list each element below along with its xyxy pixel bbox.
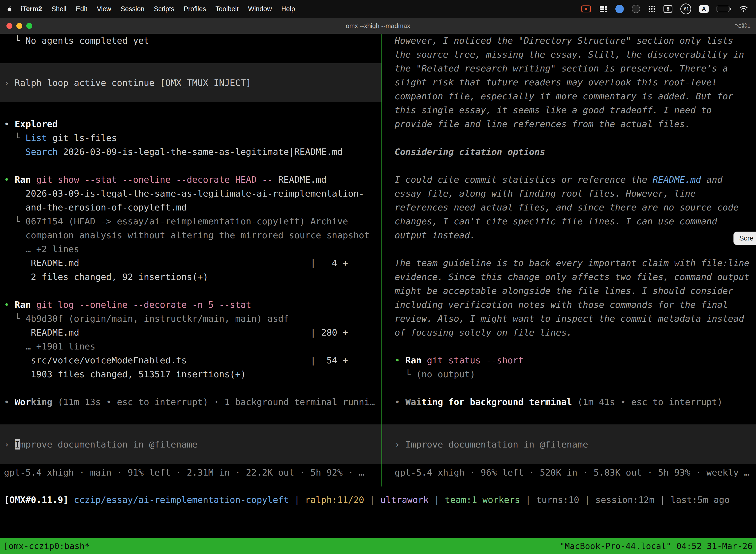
terminal-line: including verification notes with those … xyxy=(382,298,756,312)
text-segment: • xyxy=(4,119,15,129)
terminal-line: evidence. Since this change only affects… xyxy=(382,270,756,284)
text-segment: README.md | 280 + xyxy=(4,327,348,338)
text-segment: slight risk that future readers may over… xyxy=(395,77,717,88)
tmux-session-info[interactable]: [omx-cczip0:bash* xyxy=(3,541,90,551)
blank-line xyxy=(382,131,756,145)
menu-iterm2[interactable]: iTerm2 xyxy=(16,5,47,13)
prompt-input[interactable]: › Improve documentation in @filename xyxy=(382,425,756,464)
menu-shell[interactable]: Shell xyxy=(47,5,71,13)
text-segment: gpt-5.4 xhigh · 96% left · 520K in · 5.8… xyxy=(395,467,749,478)
text-segment: Improve documentation in @filename xyxy=(405,439,588,449)
terminal-line: the "Related research writing" section i… xyxy=(382,62,756,75)
text-segment: I xyxy=(15,439,20,449)
text-segment: README.md xyxy=(652,174,701,185)
menu-session[interactable]: Session xyxy=(116,5,149,13)
text-segment: 2 files changed, 92 insertions(+) xyxy=(4,272,208,282)
menu-view[interactable]: View xyxy=(92,5,116,13)
text-segment: [OMX#0.11.9] xyxy=(4,495,74,505)
menu-window[interactable]: Window xyxy=(243,5,276,13)
wifi-icon[interactable] xyxy=(739,5,748,12)
bento-grid-icon[interactable] xyxy=(599,5,608,13)
text-segment: Ran xyxy=(15,299,36,310)
terminal-line: 2 files changed, 92 insertions(+) xyxy=(0,270,381,284)
text-segment: └ No agents completed yet xyxy=(4,36,149,46)
window-title-bar[interactable]: omx --xhigh --madmax ⌥⌘1 xyxy=(0,18,756,34)
terminal-line: … +1901 lines xyxy=(0,340,381,353)
omx-status-line: [OMX#0.11.9] cczip/essay/ai-reimplementa… xyxy=(4,493,756,507)
text-segment: › xyxy=(395,439,405,449)
menu-help[interactable]: Help xyxy=(276,5,300,13)
text-segment: cczip/essay/ai-reimplementation-copyleft xyxy=(74,495,289,505)
text-segment: git show --stat --oneline --decorate HEA… xyxy=(36,174,278,185)
text-segment: I could cite commit statistics or refere… xyxy=(395,174,652,185)
text-segment: src/voice/voiceModeEnabled.ts | 54 + xyxy=(4,355,348,365)
menu-scripts[interactable]: Scripts xyxy=(149,5,179,13)
terminal-line: of focusing solely on file lines. xyxy=(382,326,756,340)
app-menus: iTerm2ShellEditViewSessionScriptsProfile… xyxy=(16,5,300,13)
battery-body xyxy=(716,6,730,12)
menu-edit[interactable]: Edit xyxy=(71,5,92,13)
text-segment: Wai xyxy=(405,397,422,407)
traffic-lights xyxy=(0,23,32,29)
text-segment: evidence. Since this change only affects… xyxy=(395,272,749,282)
right-terminal-pane[interactable]: However, I noticed the "Directory Struct… xyxy=(382,34,756,480)
menu-toolbelt[interactable]: Toolbelt xyxy=(211,5,243,13)
close-window-button[interactable] xyxy=(6,23,12,29)
prompt-input[interactable]: › Improve documentation in @filename xyxy=(0,425,381,464)
text-segment: session:12m xyxy=(595,495,654,505)
gauge-badge-icon[interactable]: .61 xyxy=(680,3,691,14)
waiting-status-line: • Waiting for background terminal (1m 41… xyxy=(382,395,756,409)
terminal-line: 1903 files changed, 513517 insertions(+) xyxy=(0,367,381,381)
text-segment: git log --oneline --decorate -n 5 --stat xyxy=(36,299,251,310)
text-segment: provide file and line references from th… xyxy=(395,119,690,129)
text-segment: README.md | 4 + xyxy=(4,258,348,268)
screen-overlay-pill[interactable]: Scre xyxy=(734,232,756,245)
input-source-icon[interactable]: A xyxy=(699,5,709,13)
terminal-line: references need actual files, and since … xyxy=(382,201,756,214)
blank-line xyxy=(0,159,381,173)
tmux-status-bar: [omx-cczip0:bash* "MacBook-Pro-44.local"… xyxy=(0,538,756,554)
apple-menu-icon[interactable] xyxy=(6,6,13,12)
explored-header: • Explored xyxy=(0,117,381,131)
text-segment: List xyxy=(25,133,47,143)
zoom-window-button[interactable] xyxy=(26,23,32,29)
screen-recording-indicator-icon[interactable] xyxy=(581,5,591,12)
terminal-line: review. Also, I might want to inspect th… xyxy=(382,312,756,326)
terminal-line: src/voice/voiceModeEnabled.ts | 54 + xyxy=(0,353,381,367)
pane-status-line: gpt-5.4 xhigh · 96% left · 520K in · 5.8… xyxy=(382,466,756,480)
terminal-line: I could cite commit statistics or refere… xyxy=(382,173,756,187)
terminal-line: companion file, especially if more comme… xyxy=(382,89,756,103)
terminal-line: README.md | 4 + xyxy=(0,256,381,270)
text-segment: (no output) xyxy=(416,369,475,379)
text-segment: and-the-erosion-of-copyleft.md xyxy=(4,202,187,213)
terminal-line: essay file, along with finding root file… xyxy=(382,187,756,201)
text-segment: ting for background terminal xyxy=(422,397,572,407)
keycap-8-icon[interactable]: 8 xyxy=(664,5,673,13)
text-segment: | xyxy=(429,495,445,505)
text-segment: Search xyxy=(25,147,58,157)
text-segment: … +2 lines xyxy=(4,244,79,254)
menu-profiles[interactable]: Profiles xyxy=(179,5,211,13)
dark-app-menu-icon[interactable] xyxy=(632,5,640,13)
battery-nub xyxy=(730,8,731,10)
blank-line xyxy=(382,340,756,353)
battery-icon[interactable] xyxy=(716,6,731,12)
text-segment: › xyxy=(4,439,15,449)
text-segment: Explored xyxy=(15,119,58,129)
text-segment: 2026-03-09-is-legal-the-same-as-legitima… xyxy=(4,188,364,199)
left-terminal-pane[interactable]: └ No agents completed yet› Ralph loop ac… xyxy=(0,34,381,480)
text-segment: README.md xyxy=(278,174,326,185)
terminal-line: companion analysis without altering the … xyxy=(0,228,381,242)
text-segment: team:1 workers xyxy=(445,495,520,505)
text-segment: Considering citation options xyxy=(395,147,545,157)
dots-grid-icon[interactable] xyxy=(648,5,655,13)
terminal-line: └ No agents completed yet xyxy=(0,34,381,48)
blue-app-menu-icon[interactable] xyxy=(615,5,624,13)
text-segment: companion file, especially if more comme… xyxy=(395,91,733,101)
minimize-window-button[interactable] xyxy=(16,23,22,29)
text-segment xyxy=(4,147,25,157)
text-segment: the source tree, missing the essay. Stil… xyxy=(395,49,744,60)
text-segment: Ran xyxy=(15,174,36,185)
text-segment: The team guideline is to back every impo… xyxy=(395,258,749,268)
terminal-line: 2026-03-09-is-legal-the-same-as-legitima… xyxy=(0,187,381,201)
